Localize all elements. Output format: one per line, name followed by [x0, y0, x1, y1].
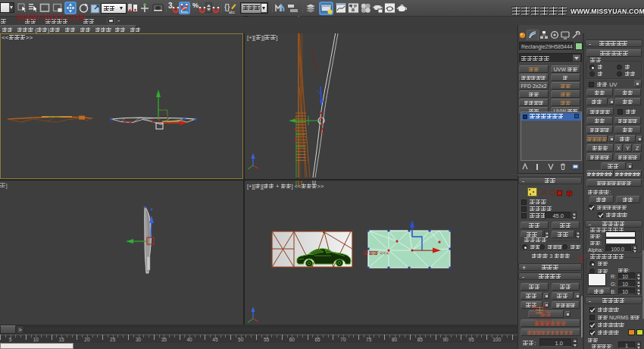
svg-text:abc: abc	[229, 10, 236, 14]
